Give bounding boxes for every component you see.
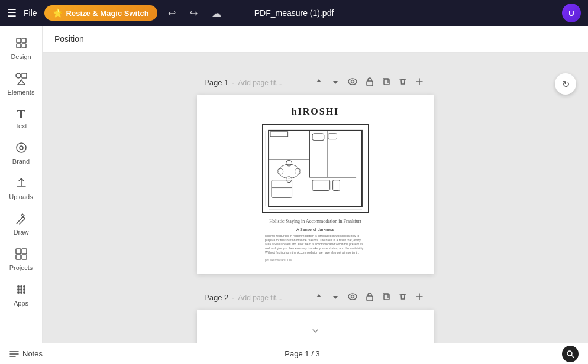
page-2-add-title[interactable]: Add page tit...	[238, 294, 282, 302]
floor-plan-image	[262, 124, 369, 213]
page-1-add-title[interactable]: Add page tit...	[238, 79, 282, 87]
sidebar-item-design[interactable]: Design	[0, 31, 42, 66]
page-2-toolbar: Page 2 - Add page tit...	[197, 285, 434, 310]
sidebar-item-draw[interactable]: Draw	[0, 206, 42, 242]
page-1-visibility-button[interactable]	[345, 76, 360, 89]
svg-line-53	[572, 355, 574, 358]
apps-icon	[15, 283, 28, 298]
page-2-down-button[interactable]	[328, 291, 343, 304]
user-avatar[interactable]: U	[562, 4, 581, 22]
page-2-add-button[interactable]	[412, 291, 427, 304]
svg-point-4	[16, 73, 21, 78]
brand-icon	[15, 141, 28, 156]
resize-magic-button[interactable]: ⭐ Resize & Magic Switch	[44, 5, 157, 21]
svg-point-7	[17, 143, 26, 152]
topbar-right: U	[562, 4, 581, 22]
star-icon: ⭐	[53, 8, 63, 18]
notes-label: Notes	[22, 349, 43, 358]
sidebar: Design Elements T Text Bran	[0, 26, 43, 343]
page-2-tools	[312, 290, 427, 305]
sidebar-label-uploads: Uploads	[9, 194, 33, 200]
sidebar-item-brand[interactable]: Brand	[0, 135, 42, 171]
redo-button[interactable]: ↪	[186, 5, 201, 21]
svg-rect-12	[22, 255, 27, 259]
page-1-tools	[312, 75, 427, 90]
page-1-delete-button[interactable]	[396, 76, 410, 89]
page-2-visibility-button[interactable]	[345, 291, 360, 304]
svg-point-39	[286, 160, 292, 166]
page-2-collapse-button[interactable]	[311, 326, 320, 337]
svg-rect-34	[312, 180, 330, 191]
svg-point-22	[348, 79, 357, 84]
sidebar-item-elements[interactable]: Elements	[0, 66, 42, 102]
hamburger-button[interactable]: ☰	[7, 6, 17, 20]
svg-point-18	[23, 288, 25, 291]
svg-point-19	[17, 291, 20, 294]
page-1-label: Page 1	[204, 78, 228, 87]
topbar-filename: PDF_measure (1).pdf	[254, 8, 334, 18]
svg-point-36	[279, 164, 300, 178]
sidebar-item-text[interactable]: T Text	[0, 102, 42, 135]
page-2-lock-button[interactable]	[363, 290, 377, 305]
svg-point-8	[20, 146, 23, 150]
cloud-icon: ☁	[212, 8, 221, 18]
undo-icon: ↩	[168, 8, 176, 18]
page-1-up-button[interactable]	[312, 76, 326, 89]
page-2-up-button[interactable]	[312, 291, 326, 304]
svg-rect-3	[22, 44, 26, 48]
hamburger-icon: ☰	[7, 6, 17, 20]
page-1-body-text: Minimal resources in Accommodation is in…	[265, 234, 366, 255]
svg-point-45	[348, 294, 357, 300]
page-2-subtitle-area: Talking About Modular Homes	[293, 342, 338, 343]
undo-button[interactable]: ↩	[164, 5, 179, 21]
page-2-collapse-area	[311, 321, 320, 342]
page-1-label-area: Page 1 - Add page tit...	[204, 78, 282, 87]
main-layout: Design Elements T Text Bran	[0, 26, 588, 343]
svg-rect-0	[17, 38, 21, 43]
notes-button[interactable]: Notes	[9, 349, 43, 358]
svg-rect-1	[22, 38, 26, 43]
design-icon	[15, 37, 28, 51]
sidebar-item-projects[interactable]: Projects	[0, 242, 42, 277]
svg-rect-32	[328, 134, 337, 139]
file-menu-button[interactable]: File	[24, 8, 37, 18]
page-2-container: Page 2 - Add page tit...	[197, 285, 434, 343]
uploads-icon	[15, 177, 28, 191]
svg-rect-35	[333, 180, 340, 191]
sidebar-label-brand: Brand	[12, 158, 30, 165]
svg-rect-10	[22, 249, 27, 254]
page-1-down-button[interactable]	[328, 76, 343, 89]
canvas-area: Page 1 - Add page tit...	[43, 53, 588, 343]
page-2-copy-button[interactable]	[379, 291, 393, 304]
page-1-copy-button[interactable]	[379, 76, 393, 89]
page-2-delete-button[interactable]	[396, 291, 410, 304]
page-2-label-area: Page 2 - Add page tit...	[204, 293, 282, 302]
svg-point-15	[23, 285, 25, 288]
sidebar-label-apps: Apps	[14, 300, 28, 307]
page-indicator: Page 1 / 3	[285, 349, 319, 358]
svg-point-52	[567, 351, 572, 356]
svg-rect-11	[16, 255, 21, 259]
page-1-document: hIROSHI	[197, 95, 434, 274]
svg-point-21	[23, 291, 25, 294]
svg-point-17	[20, 288, 22, 291]
refresh-icon: ↻	[562, 79, 570, 90]
cloud-save-button[interactable]: ☁	[208, 5, 225, 21]
position-header: Position	[43, 26, 588, 53]
zoom-button[interactable]	[562, 346, 579, 362]
topbar: ☰ File ⭐ Resize & Magic Switch ↩ ↪ ☁ PDF…	[0, 0, 588, 26]
draw-icon	[15, 212, 28, 227]
page-1-add-button[interactable]	[412, 76, 427, 89]
sidebar-item-apps[interactable]: Apps	[0, 277, 42, 313]
page-1-separator: -	[232, 78, 234, 87]
page-1-lock-button[interactable]	[363, 75, 377, 90]
page-2-label: Page 2	[204, 293, 228, 302]
filename-text: PDF_measure (1).pdf	[254, 8, 334, 18]
svg-point-20	[20, 291, 22, 294]
svg-point-46	[351, 295, 354, 298]
sidebar-label-design: Design	[11, 54, 31, 60]
sidebar-item-uploads[interactable]: Uploads	[0, 171, 42, 206]
svg-rect-41	[272, 180, 292, 198]
projects-icon	[15, 248, 28, 262]
refresh-button[interactable]: ↻	[555, 73, 576, 95]
